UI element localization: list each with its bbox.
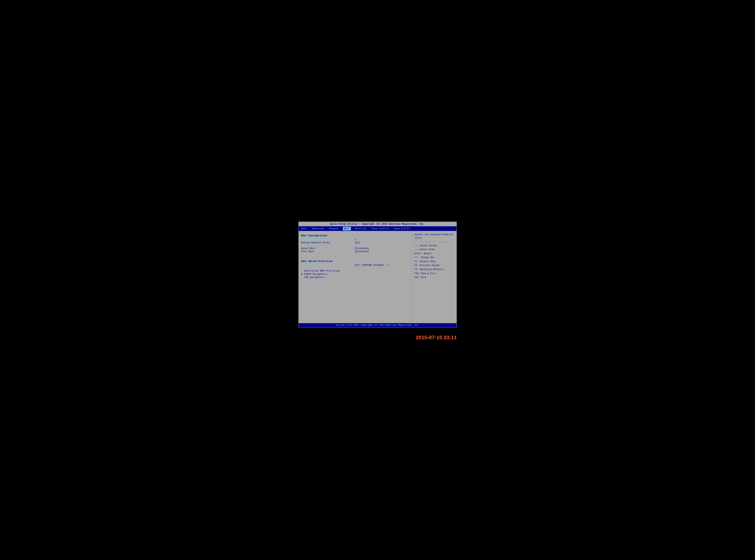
- shortcut-f1: F1: General Help: [414, 260, 454, 264]
- shortcut-f10: F10: Save & Exit: [414, 272, 454, 276]
- shortcut-enter: Enter: Select: [414, 252, 454, 256]
- setting-row-csm[interactable]: CSM parameters: [301, 276, 409, 279]
- nav-item-save--exit[interactable]: Save & Exit: [393, 227, 411, 231]
- nav-item-security[interactable]: Security: [354, 227, 367, 231]
- help-shortcuts: →←: Select Screen ↑↓: Select Item Enter:…: [414, 244, 454, 280]
- value-fast-boot: [Disabled]: [355, 250, 369, 253]
- shortcut-select-screen: →←: Select Screen: [414, 244, 454, 248]
- label-hdd-bbs: Hard Drive BBS Priorities: [301, 269, 353, 272]
- setting-row-timeout[interactable]: Setup Prompt Timeout 1: [301, 238, 409, 241]
- nav-item-boot[interactable]: Boot: [343, 227, 351, 231]
- footer-text: Version 2.15.1236. Copyright (C) 2012 Am…: [336, 324, 420, 326]
- setting-row-hdd-bbs[interactable]: Hard Drive BBS Priorities: [301, 269, 409, 272]
- shortcut-f9: F9: Optimized Defaults: [414, 268, 454, 272]
- nav-item-advanced[interactable]: Advanced: [311, 227, 325, 231]
- nav-item-easy-control[interactable]: Easy Control: [370, 227, 390, 231]
- label-fast-boot: Fast Boot: [301, 250, 353, 253]
- bios-screen: Aptio Setup Utility - Copyright (C) 2012…: [298, 222, 457, 327]
- label-numlock: Bootup NumLock State: [301, 241, 353, 244]
- bios-main-panel: Boot Configuration Setup Prompt Timeout …: [299, 231, 412, 323]
- bios-help-panel: Select the keyboard NumLock state →←: Se…: [412, 231, 456, 323]
- label-quiet-boot: Quiet Boot: [301, 247, 353, 250]
- setting-row-numlock[interactable]: Bootup NumLock State [On]: [301, 241, 409, 244]
- shortcut-select-item: ↑↓: Select Item: [414, 248, 454, 252]
- setting-row-csm16[interactable]: ▶ CSM16 Parameters: [301, 273, 409, 276]
- shortcut-f2: F2: Previous Values: [414, 264, 454, 268]
- boot-config-title: Boot Configuration: [301, 234, 409, 237]
- setting-row-quiet-boot[interactable]: Quiet Boot [Disabled]: [301, 247, 409, 250]
- timestamp: 2015-07-10 23:11: [416, 335, 457, 340]
- setting-row-boot1[interactable]: Boot Option #1 [P4: TOSHIBA DT01ACA...]: [301, 264, 409, 266]
- setting-row-fast-boot[interactable]: Fast Boot [Disabled]: [301, 250, 409, 253]
- value-quiet-boot: [Disabled]: [355, 247, 369, 250]
- nav-item-chipset[interactable]: Chipset: [328, 227, 340, 231]
- help-divider: [414, 242, 454, 242]
- label-timeout: Setup Prompt Timeout: [301, 238, 353, 241]
- help-description: Select the keyboard NumLock state: [414, 233, 454, 240]
- label-boot1: Boot Option #1: [301, 264, 353, 266]
- nav-item-main[interactable]: Main: [300, 227, 308, 231]
- shortcut-change: +/-: Change Opt.: [414, 256, 454, 260]
- value-numlock: [On]: [355, 241, 361, 244]
- boot-priorities-title: Boot Option Priorities: [301, 260, 409, 263]
- bios-footer: Version 2.15.1236. Copyright (C) 2012 Am…: [299, 323, 456, 327]
- bios-header: Aptio Setup Utility - Copyright (C) 2012…: [299, 222, 456, 226]
- value-boot1: [P4: TOSHIBA DT01ACA...]: [355, 264, 389, 266]
- header-title: Aptio Setup Utility - Copyright (C) 2012…: [330, 223, 425, 225]
- shortcut-esc: ESC: Exit: [414, 276, 454, 280]
- bios-content: Boot Configuration Setup Prompt Timeout …: [299, 231, 456, 323]
- bios-nav: MainAdvancedChipsetBootSecurityEasy Cont…: [299, 226, 456, 231]
- label-csm: CSM parameters: [301, 276, 353, 279]
- value-timeout: 1: [355, 238, 356, 241]
- label-csm16: ▶ CSM16 Parameters: [301, 273, 353, 276]
